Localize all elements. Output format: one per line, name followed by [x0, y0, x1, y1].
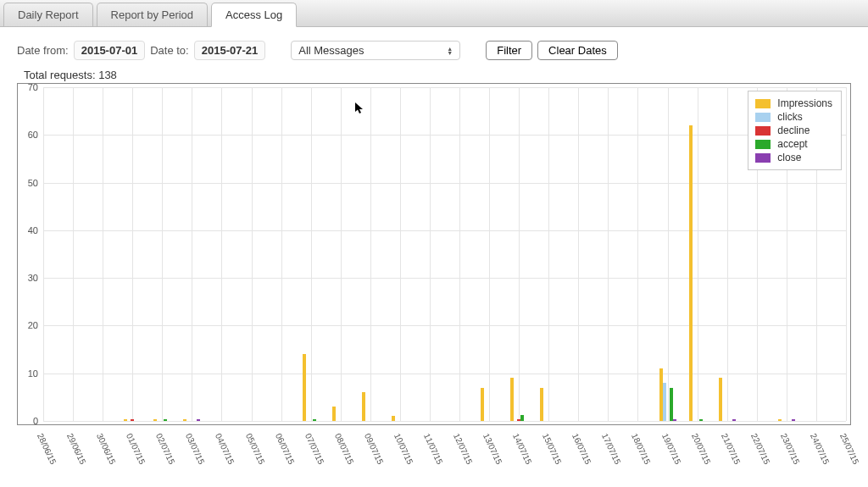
bar [719, 378, 722, 421]
y-tick-label: 70 [28, 82, 38, 92]
bar-group [689, 125, 706, 421]
date-from-label: Date from: [17, 44, 69, 57]
x-tick-label: 25/07/15 [838, 432, 860, 466]
bar [670, 388, 673, 421]
legend-swatch [755, 140, 771, 149]
total-requests-label: Total requests: 138 [0, 65, 868, 83]
filter-controls: Date from: 2015-07-01 Date to: 2015-07-2… [0, 27, 868, 65]
x-tick-label: 24/07/15 [809, 432, 831, 466]
tab-access-log[interactable]: Access Log [211, 3, 297, 27]
y-tick-label: 40 [28, 225, 38, 235]
bar [313, 419, 316, 421]
bar [392, 416, 395, 421]
legend-label: accept [777, 138, 807, 150]
legend-row: Impressions [755, 97, 832, 110]
x-tick-label: 04/07/15 [214, 432, 236, 466]
x-tick-label: 10/07/15 [392, 432, 415, 466]
bar-group [124, 419, 141, 421]
x-tick-label: 20/07/15 [690, 432, 712, 466]
bar [540, 388, 543, 421]
legend-row: clicks [755, 110, 832, 124]
bar [124, 419, 127, 421]
date-to-input[interactable]: 2015-07-21 [194, 41, 266, 60]
legend-label: Impressions [777, 97, 832, 109]
legend-swatch [755, 113, 771, 122]
y-tick-label: 20 [28, 320, 38, 330]
bar-group [659, 368, 676, 421]
filter-button[interactable]: Filter [486, 41, 532, 60]
legend-label: clicks [777, 111, 802, 123]
bar [481, 388, 484, 421]
x-tick-label: 22/07/15 [749, 432, 771, 466]
bar-group [540, 388, 557, 421]
bar [689, 125, 693, 421]
bar [663, 383, 666, 421]
bar [510, 378, 514, 421]
x-tick-label: 21/07/15 [720, 432, 742, 466]
x-tick-label: 30/06/15 [95, 432, 117, 466]
message-filter-select[interactable]: All Messages ▲▼ [291, 41, 460, 60]
bar [332, 407, 336, 421]
bar [520, 415, 524, 421]
x-tick-label: 29/06/15 [65, 432, 87, 466]
bar-group [481, 388, 498, 421]
legend-row: close [755, 151, 832, 164]
bar-group [392, 416, 409, 421]
bar [164, 419, 167, 421]
legend-swatch [755, 126, 771, 136]
legend-swatch [755, 153, 771, 163]
chart: 010203040506070 Impressionsclicksdecline… [17, 83, 851, 472]
x-tick-label: 05/07/15 [244, 432, 266, 466]
legend-label: decline [777, 125, 810, 136]
chevron-updown-icon: ▲▼ [447, 47, 453, 55]
bar-group [332, 407, 349, 421]
bar-group [153, 419, 170, 421]
gridline-h [43, 421, 846, 422]
x-tick-label: 12/07/15 [452, 432, 474, 466]
x-tick-label: 08/07/15 [333, 432, 355, 466]
x-tick-label: 19/07/15 [660, 432, 682, 466]
date-to-label: Date to: [150, 44, 189, 57]
tab-daily-report[interactable]: Daily Report [3, 3, 93, 26]
bar-group [183, 419, 200, 421]
tab-bar: Daily Report Report by Period Access Log [0, 0, 868, 27]
message-filter-value: All Messages [298, 44, 364, 57]
bar [131, 419, 134, 421]
gridline-v [846, 87, 847, 421]
tab-report-by-period[interactable]: Report by Period [97, 3, 209, 26]
x-tick-label: 16/07/15 [570, 432, 593, 466]
bar [792, 419, 795, 421]
bar-group [303, 354, 320, 421]
y-tick-label: 10 [28, 368, 38, 379]
x-tick-label: 13/07/15 [481, 432, 504, 466]
bar [673, 419, 676, 421]
bar [303, 354, 306, 421]
bar [153, 419, 157, 421]
x-tick-label: 17/07/15 [600, 432, 622, 466]
bar-group [362, 392, 379, 421]
bar-group [719, 378, 736, 421]
x-tick-label: 14/07/15 [511, 432, 533, 466]
x-tick-label: 15/07/15 [541, 432, 563, 466]
x-tick-label: 11/07/15 [422, 432, 444, 466]
legend-label: close [777, 152, 801, 163]
legend-row: decline [755, 124, 832, 137]
x-tick-label: 09/07/15 [363, 432, 385, 466]
x-tick-label: 23/07/15 [779, 432, 801, 466]
chart-legend: Impressionsclicksdeclineacceptclose [748, 91, 842, 170]
bar [183, 419, 186, 421]
x-tick-label: 03/07/15 [184, 432, 206, 466]
bar [197, 419, 200, 421]
x-tick-label: 28/06/15 [36, 432, 58, 466]
clear-dates-button[interactable]: Clear Dates [537, 41, 618, 60]
bar [362, 392, 365, 421]
legend-swatch [755, 99, 771, 108]
date-from-input[interactable]: 2015-07-01 [74, 41, 146, 60]
chart-plot: 010203040506070 Impressionsclicksdecline… [17, 83, 851, 425]
bar [732, 419, 736, 421]
x-tick-label: 06/07/15 [274, 432, 296, 466]
x-tick-label: 01/07/15 [125, 432, 147, 466]
y-tick-label: 50 [28, 178, 38, 188]
legend-row: accept [755, 137, 832, 151]
bar [778, 419, 782, 421]
